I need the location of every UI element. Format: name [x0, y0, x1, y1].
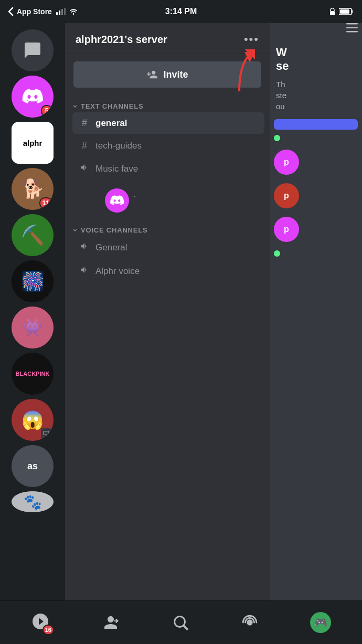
server-icon-discord[interactable]: 5 [12, 76, 54, 118]
nav-item-profile[interactable]: 🎮 [310, 612, 331, 633]
svg-rect-7 [44, 431, 49, 435]
channel-name-music-fave: Music fave [95, 164, 138, 174]
server-icon-horror[interactable]: 😱 [12, 399, 54, 441]
status-icons [329, 7, 354, 16]
channel-item-music-fave[interactable]: Music fave [72, 157, 264, 180]
nav-item-friends[interactable] [101, 613, 120, 632]
channel-name-tech-guides: tech-guides [95, 141, 142, 151]
online-indicator-2 [274, 250, 280, 257]
channel-item-alphr-voice[interactable]: Alphr voice [72, 260, 264, 282]
channel-item-general-voice[interactable]: General [72, 236, 264, 259]
right-panel-desc: Thsteou [270, 77, 362, 114]
channel-item-tech-guides[interactable]: # tech-guides [72, 135, 264, 156]
hash-icon: # [79, 118, 90, 129]
hash-icon-2: # [79, 140, 90, 151]
server-icon-dm[interactable] [12, 29, 54, 71]
channel-name-alphr-voice: Alphr voice [95, 266, 140, 277]
invite-button[interactable]: Invite [73, 61, 261, 88]
text-channels-section: TEXT CHANNELS # general # tech-guides Mu… [65, 95, 270, 219]
discord-bot-row: ` [72, 181, 264, 217]
carrier-label: App Store [17, 7, 52, 16]
badge-shiba: 11 [39, 197, 52, 209]
carrier-signal: App Store [8, 7, 79, 16]
server-icon-game2[interactable]: 👾 [12, 307, 54, 349]
channel-item-general[interactable]: # general [72, 112, 264, 134]
discord-bot-tick: ` [133, 195, 136, 203]
clock: 3:14 PM [165, 7, 197, 16]
svg-rect-3 [64, 8, 66, 15]
bottom-nav: 16 🎮 [0, 600, 362, 644]
discord-bot-avatar [105, 188, 129, 213]
svg-point-14 [247, 619, 252, 625]
server-header: alphr2021's server ••• [65, 23, 270, 54]
volume-icon [79, 163, 90, 175]
app-layout: 5 alphr 🐕 11 ⛏️ 🎆 👾 BLACKPINK 😱 [0, 23, 362, 600]
more-options-button[interactable]: ••• [244, 33, 259, 46]
nav-item-mentions[interactable] [241, 614, 259, 631]
svg-rect-10 [346, 23, 358, 25]
svg-rect-4 [330, 11, 335, 15]
channel-panel: alphr2021's server ••• Invite [65, 23, 270, 600]
invite-button-label: Invite [163, 69, 188, 80]
volume-icon-general [79, 241, 90, 254]
server-icon-singing[interactable]: 🎆 [12, 260, 54, 302]
text-channels-label: TEXT CHANNELS [81, 102, 143, 110]
partial-avatar-1: p [274, 150, 299, 175]
server-icon-minecraft[interactable]: ⛏️ [12, 214, 54, 256]
server-icon-partial[interactable]: 🐾 [12, 491, 54, 512]
server-icon-alphr[interactable]: alphr [12, 122, 54, 164]
voice-channels-section: VOICE CHANNELS General Alphr voice [65, 219, 270, 286]
nav-badge-servers: 16 [42, 625, 54, 635]
partial-avatar-3: p [274, 217, 299, 242]
server-icon-blackpink[interactable]: BLACKPINK [12, 353, 54, 395]
svg-rect-1 [59, 10, 60, 15]
nav-item-servers[interactable]: 16 [31, 612, 50, 633]
online-indicator [274, 135, 280, 141]
channel-name-general-voice: General [95, 242, 127, 253]
nav-item-search[interactable] [172, 614, 189, 631]
text-channels-header[interactable]: TEXT CHANNELS [72, 102, 264, 110]
badge-discord: 5 [41, 105, 52, 117]
voice-channels-header[interactable]: VOICE CHANNELS [72, 226, 264, 234]
server-title: alphr2021's server [76, 34, 167, 46]
volume-icon-alphr [79, 265, 90, 277]
svg-rect-0 [56, 12, 58, 15]
partial-avatar-2: p [274, 183, 299, 208]
voice-channels-label: VOICE CHANNELS [81, 226, 148, 234]
menu-icon[interactable] [270, 23, 362, 35]
svg-rect-6 [340, 9, 349, 14]
status-bar: App Store 3:14 PM [0, 0, 362, 23]
channel-name-general: general [95, 118, 127, 129]
server-icon-as[interactable]: as [12, 445, 54, 487]
svg-rect-11 [346, 27, 358, 29]
right-panel-button[interactable] [274, 119, 358, 130]
server-list: 5 alphr 🐕 11 ⛏️ 🎆 👾 BLACKPINK 😱 [0, 23, 65, 600]
right-panel-title: Wse [270, 35, 362, 77]
partial-avatars-list: p p p [270, 145, 362, 246]
right-panel: Wse Thsteou p p p [270, 23, 362, 600]
svg-rect-2 [61, 9, 63, 15]
server-icon-shiba[interactable]: 🐕 11 [12, 168, 54, 210]
svg-rect-12 [346, 31, 358, 33]
